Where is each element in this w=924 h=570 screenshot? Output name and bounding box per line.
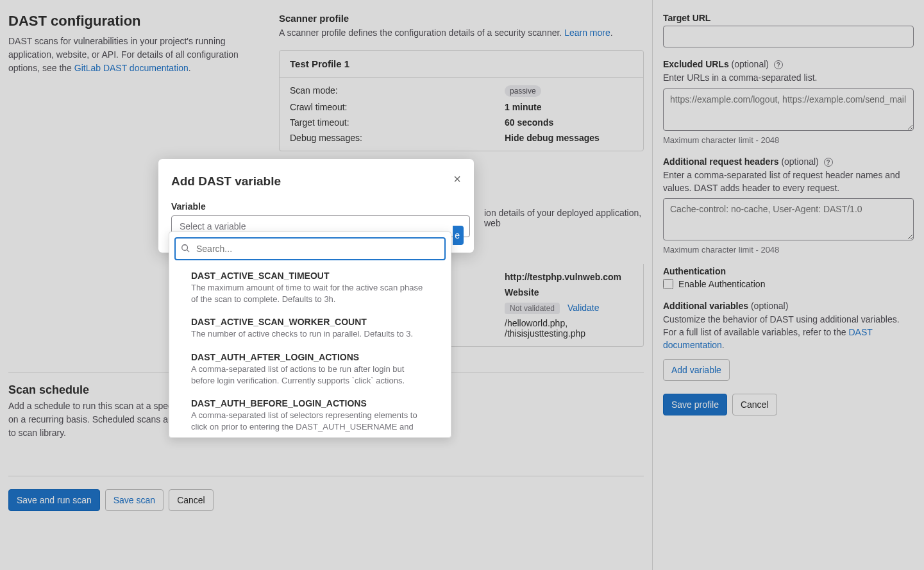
svg-line-1 xyxy=(187,250,190,253)
select-placeholder: Select a variable xyxy=(180,221,246,231)
variable-dropdown: DAST_ACTIVE_SCAN_TIMEOUTThe maximum amou… xyxy=(169,231,451,438)
hidden-save-fragment: e xyxy=(453,226,464,245)
variable-option-desc: A comma-separated list of actions to be … xyxy=(191,364,429,387)
modal-overlay[interactable] xyxy=(0,0,924,570)
close-icon[interactable]: × xyxy=(453,172,461,187)
variable-option[interactable]: DAST_AUTH_AFTER_LOGIN_ACTIONSA comma-sep… xyxy=(169,347,451,393)
variable-search-input[interactable] xyxy=(174,237,446,260)
svg-point-0 xyxy=(182,245,188,251)
variable-option-desc: The maximum amount of time to wait for t… xyxy=(191,282,429,305)
variable-option[interactable]: DAST_AUTH_BEFORE_LOGIN_ACTIONSA comma-se… xyxy=(169,393,451,432)
variable-option-desc: The number of active checks to run in pa… xyxy=(191,328,429,340)
variable-option-name: DAST_AUTH_BEFORE_LOGIN_ACTIONS xyxy=(191,398,429,408)
variable-option-desc: A comma-separated list of selectors repr… xyxy=(191,410,429,432)
search-icon xyxy=(181,244,190,255)
variable-option-name: DAST_ACTIVE_SCAN_TIMEOUT xyxy=(191,271,429,281)
variable-option[interactable]: DAST_ACTIVE_SCAN_WORKER_COUNTThe number … xyxy=(169,312,451,346)
modal-title: Add DAST variable xyxy=(171,174,461,189)
variable-option-name: DAST_AUTH_AFTER_LOGIN_ACTIONS xyxy=(191,352,429,362)
variable-option-name: DAST_ACTIVE_SCAN_WORKER_COUNT xyxy=(191,317,429,327)
variable-label: Variable xyxy=(171,201,461,212)
variable-option[interactable]: DAST_ACTIVE_SCAN_TIMEOUTThe maximum amou… xyxy=(169,265,451,312)
